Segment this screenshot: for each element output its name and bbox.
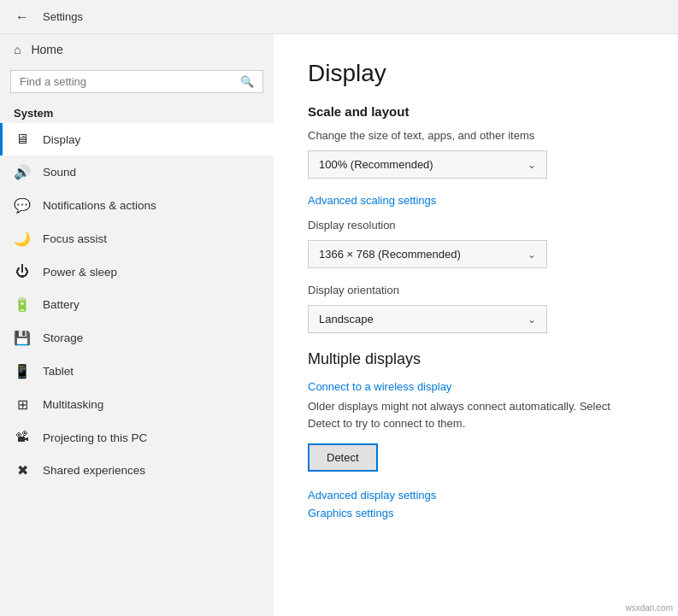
- sidebar-item-projecting-label: Projecting to this PC: [43, 431, 147, 444]
- multiple-displays-section: Multiple displays: [308, 350, 644, 368]
- sidebar-item-storage[interactable]: 💾 Storage: [0, 321, 274, 355]
- detect-button[interactable]: Detect: [308, 443, 378, 472]
- notifications-icon: 💬: [14, 197, 31, 214]
- wireless-display-link[interactable]: Connect to a wireless display: [308, 380, 451, 393]
- home-icon: ⌂: [14, 43, 21, 56]
- search-icon: 🔍: [240, 75, 254, 88]
- watermark: wsxdan.com: [625, 603, 673, 613]
- scale-layout-heading: Scale and layout: [308, 104, 644, 119]
- advanced-display-link[interactable]: Advanced display settings: [308, 489, 436, 502]
- multitasking-icon: ⊞: [14, 396, 31, 413]
- resolution-dropdown-wrapper: 1366 × 768 (Recommended) ⌄: [308, 240, 644, 268]
- older-displays-info: Older displays might not always connect …: [308, 398, 644, 431]
- multiple-displays-heading: Multiple displays: [308, 350, 644, 368]
- sidebar-item-shared[interactable]: ✖ Shared experiences: [0, 454, 274, 487]
- sidebar-item-battery[interactable]: 🔋 Battery: [0, 288, 274, 321]
- sidebar-item-power-label: Power & sleep: [43, 266, 117, 279]
- sidebar-item-multitasking[interactable]: ⊞ Multitasking: [0, 388, 274, 421]
- sidebar-item-multitasking-label: Multitasking: [43, 398, 103, 411]
- power-icon: ⏻: [14, 264, 31, 279]
- sidebar-item-focus-label: Focus assist: [43, 232, 107, 245]
- resolution-dropdown[interactable]: 1366 × 768 (Recommended) ⌄: [308, 240, 547, 268]
- focus-icon: 🌙: [14, 231, 31, 247]
- back-button[interactable]: ←: [10, 5, 34, 29]
- orientation-dropdown-wrapper: Landscape ⌄: [308, 305, 644, 333]
- sidebar-item-storage-label: Storage: [43, 331, 83, 344]
- page-title: Display: [308, 60, 644, 87]
- orientation-label: Display orientation: [308, 284, 644, 296]
- sidebar-item-projecting[interactable]: 📽 Projecting to this PC: [0, 421, 274, 454]
- display-icon: 🖥: [14, 132, 31, 147]
- home-label: Home: [31, 43, 62, 56]
- tablet-icon: 📱: [14, 363, 31, 379]
- resolution-label: Display resolution: [308, 219, 644, 232]
- sidebar-item-display[interactable]: 🖥 Display: [0, 123, 274, 155]
- title-bar-title: Settings: [43, 10, 83, 23]
- orientation-chevron-icon: ⌄: [528, 314, 536, 326]
- resolution-chevron-icon: ⌄: [528, 249, 536, 261]
- scale-description: Change the size of text, apps, and other…: [308, 129, 644, 142]
- sidebar-item-notifications[interactable]: 💬 Notifications & actions: [0, 189, 274, 222]
- scale-value: 100% (Recommended): [319, 158, 433, 171]
- battery-icon: 🔋: [14, 296, 31, 313]
- sidebar-item-battery-label: Battery: [43, 298, 80, 311]
- sidebar-item-display-label: Display: [43, 133, 80, 146]
- orientation-dropdown[interactable]: Landscape ⌄: [308, 305, 547, 333]
- home-button[interactable]: ⌂ Home: [0, 34, 274, 65]
- scale-dropdown[interactable]: 100% (Recommended) ⌄: [308, 150, 547, 179]
- scale-chevron-icon: ⌄: [528, 159, 536, 171]
- resolution-value: 1366 × 768 (Recommended): [319, 248, 461, 261]
- sidebar-item-shared-label: Shared experiences: [43, 464, 145, 477]
- sidebar-item-sound[interactable]: 🔊 Sound: [0, 155, 274, 189]
- content-area: Display Scale and layout Change the size…: [274, 34, 678, 616]
- search-input[interactable]: [20, 75, 233, 88]
- system-heading: System: [0, 102, 274, 123]
- sound-icon: 🔊: [14, 164, 31, 180]
- sidebar-item-sound-label: Sound: [43, 166, 76, 179]
- sidebar-item-power[interactable]: ⏻ Power & sleep: [0, 255, 274, 288]
- shared-icon: ✖: [14, 462, 31, 478]
- storage-icon: 💾: [14, 330, 31, 346]
- sidebar-item-tablet[interactable]: 📱 Tablet: [0, 355, 274, 388]
- sidebar: ⌂ Home 🔍 System 🖥 Display 🔊 Sound 💬 Noti…: [0, 34, 274, 616]
- search-box: 🔍: [10, 70, 263, 93]
- advanced-scaling-link[interactable]: Advanced scaling settings: [308, 194, 436, 207]
- projecting-icon: 📽: [14, 430, 31, 445]
- orientation-value: Landscape: [319, 313, 374, 326]
- sidebar-item-focus[interactable]: 🌙 Focus assist: [0, 222, 274, 255]
- scale-dropdown-wrapper: 100% (Recommended) ⌄: [308, 150, 644, 179]
- main-layout: ⌂ Home 🔍 System 🖥 Display 🔊 Sound 💬 Noti…: [0, 34, 678, 616]
- title-bar: ← Settings: [0, 0, 678, 34]
- sidebar-item-notifications-label: Notifications & actions: [43, 199, 156, 212]
- sidebar-item-tablet-label: Tablet: [43, 365, 74, 378]
- graphics-settings-link[interactable]: Graphics settings: [308, 507, 393, 519]
